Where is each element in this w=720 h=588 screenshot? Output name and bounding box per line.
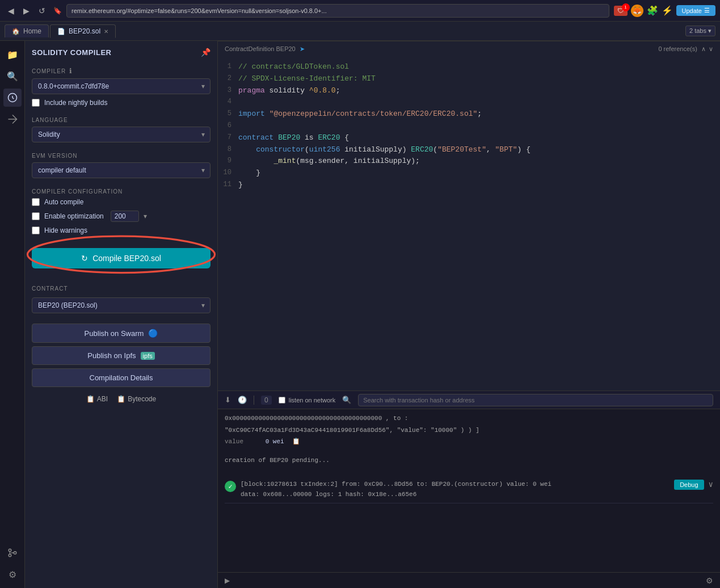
hide-warnings-checkbox[interactable] <box>32 226 40 234</box>
code-line-11: 11 } <box>218 179 720 191</box>
compiler-section-label: COMPILER ℹ <box>32 67 210 75</box>
line-content-8: constructor(uint256 initialSupply) ERC20… <box>238 144 715 156</box>
compiler-icon[interactable] <box>3 89 22 107</box>
bottom-toolbar: ⬇ 🕐 0 listen on network 🔍 <box>218 391 720 409</box>
tab-home[interactable]: 🏠 Home <box>5 24 49 37</box>
creation-pending-text: creation of BEP20 pending... <box>225 457 330 464</box>
tabs-count[interactable]: 2 tabs ▾ <box>685 26 715 36</box>
ipfs-icon: ipfs <box>141 352 155 360</box>
optimization-runs-input[interactable] <box>111 211 139 222</box>
copy-value-icon[interactable]: 📋 <box>292 438 300 445</box>
extensions-icon[interactable]: ⚡ <box>662 5 673 16</box>
language-select[interactable]: Solidity <box>32 127 210 142</box>
bookmark-icon: 🔖 <box>53 7 62 15</box>
line-num-7: 7 <box>222 132 238 143</box>
evm-select[interactable]: compiler default <box>32 162 210 178</box>
code-line-8: 8 constructor(uint256 initialSupply) ERC… <box>218 144 720 156</box>
listen-network-checkbox[interactable] <box>279 397 285 404</box>
bottom-content: 0x00000000000000000000000000000000000000… <box>218 409 720 572</box>
code-line-5: 5 import "@openzeppelin/contracts/token/… <box>218 108 720 120</box>
files-icon[interactable]: 📁 <box>3 45 22 64</box>
config-label-text: COMPILER CONFIGURATION <box>32 188 123 195</box>
tx-debug-area: Debug ∨ <box>674 480 713 490</box>
optimization-runs-arrow[interactable]: ▾ <box>144 212 147 220</box>
references-count: 0 reference(s) <box>658 45 697 52</box>
contract-select[interactable]: BEP20 (BEP20.sol) <box>32 297 210 313</box>
compiler-label-text: COMPILER <box>32 68 66 74</box>
compilation-details-button[interactable]: Compilation Details <box>32 368 210 387</box>
toolbar-separator <box>254 396 254 405</box>
hide-warnings-label: Hide warnings <box>44 226 87 234</box>
compile-icon: ↻ <box>81 254 88 263</box>
code-line-2: 2 // SPDX-License-Identifier: MIT <box>218 73 720 85</box>
code-line-1: 1 // contracts/GLDToken.sol <box>218 61 720 73</box>
tab-close-icon[interactable]: ✕ <box>104 28 108 35</box>
line-content-5: import "@openzeppelin/contracts/token/ER… <box>238 108 715 120</box>
compile-button[interactable]: ↻ Compile BEP20.sol <box>32 248 210 268</box>
expand-icon[interactable]: ∨ <box>709 480 713 489</box>
statusbar: ▶ ⚙ <box>218 572 720 588</box>
contract-def-label: ContractDefinition BEP20 <box>225 45 296 52</box>
log-line-3: value 0 wei 📋 <box>225 437 713 447</box>
references-expand: ∨ <box>709 45 713 52</box>
evm-select-wrapper: compiler default <box>32 162 210 178</box>
file-icon: 📄 <box>57 28 65 35</box>
log-line-1: 0x00000000000000000000000000000000000000… <box>225 414 713 423</box>
publish-ipfs-button[interactable]: Publish on Ipfs ipfs <box>32 346 210 365</box>
svg-point-2 <box>9 554 11 557</box>
settings-icon[interactable]: ⚙ <box>3 565 22 583</box>
code-line-7: 7 contract BEP20 is ERC20 { <box>218 132 720 144</box>
code-line-6: 6 <box>218 120 720 132</box>
puzzle-icon[interactable]: 🧩 <box>647 5 658 16</box>
compilation-details-label: Compilation Details <box>90 373 153 382</box>
line-content-9: _mint(msg.sender, initialSupply); <box>238 156 715 167</box>
line-num-9: 9 <box>222 156 238 166</box>
update-button[interactable]: Update ☰ <box>676 5 715 16</box>
contract-label-text: CONTRACT <box>32 285 68 292</box>
line-content-10: } <box>238 167 715 179</box>
tx-block-line: [block:10278613 txIndex:2] from: 0xC90..… <box>241 480 670 490</box>
code-editor[interactable]: 1 // contracts/GLDToken.sol 2 // SPDX-Li… <box>218 57 720 390</box>
pin-icon[interactable]: 📌 <box>201 48 210 57</box>
address-bar[interactable] <box>66 4 609 18</box>
optimization-label: Enable optimization <box>44 212 104 220</box>
debug-button[interactable]: Debug <box>674 480 704 490</box>
tx-search-input[interactable] <box>358 394 713 406</box>
language-section-label: LANGUAGE <box>32 117 210 123</box>
back-button[interactable]: ◀ <box>5 5 18 16</box>
line-content-11: } <box>238 179 715 191</box>
auto-compile-checkbox[interactable] <box>32 198 40 206</box>
tx-text: [block:10278613 txIndex:2] from: 0xC90..… <box>241 480 670 499</box>
listen-network-row: listen on network <box>279 397 336 404</box>
evm-section-label: EVM VERSION <box>32 153 210 159</box>
deploy-icon[interactable] <box>3 110 22 128</box>
optimization-checkbox[interactable] <box>32 212 40 220</box>
gear-icon[interactable]: ⚙ <box>706 576 713 585</box>
code-line-4: 4 <box>218 96 720 108</box>
nightly-builds-checkbox[interactable] <box>32 99 40 107</box>
arrow-down-icon[interactable]: ⬇ <box>225 396 231 404</box>
bytecode-link[interactable]: 📋 Bytecode <box>117 395 156 403</box>
prompt-arrow-icon: ▶ <box>225 577 230 585</box>
tx-entry: ✓ [block:10278613 txIndex:2] from: 0xC90… <box>225 476 713 503</box>
tx-success-icon: ✓ <box>225 481 236 492</box>
code-line-9: 9 _mint(msg.sender, initialSupply); <box>218 156 720 167</box>
refresh-button[interactable]: ↺ <box>35 5 49 16</box>
forward-button[interactable]: ▶ <box>20 5 33 16</box>
git-icon[interactable] <box>3 544 22 562</box>
compiler-select[interactable]: 0.8.0+commit.c7dfd78e <box>32 78 210 94</box>
abi-link[interactable]: 📋 ABI <box>86 395 108 403</box>
clock-icon[interactable]: 🕐 <box>238 396 247 404</box>
metamask-icon[interactable]: 🦊 <box>631 5 643 17</box>
home-icon: 🏠 <box>12 28 20 35</box>
search-activity-icon[interactable]: 🔍 <box>3 67 22 85</box>
search-bottom-icon: 🔍 <box>342 396 351 404</box>
line-content-1: // contracts/GLDToken.sol <box>238 61 715 73</box>
line-num-5: 5 <box>222 108 238 119</box>
tab-bep20[interactable]: 📄 BEP20.sol ✕ <box>50 24 116 38</box>
line-num-6: 6 <box>222 120 238 131</box>
editor-panel: ContractDefinition BEP20 ➤ 0 reference(s… <box>218 41 720 588</box>
publish-swarm-button[interactable]: Publish on Swarm 🔵 <box>32 324 210 343</box>
line-content-4 <box>238 96 715 108</box>
contract-def-arrow: ➤ <box>300 45 305 52</box>
